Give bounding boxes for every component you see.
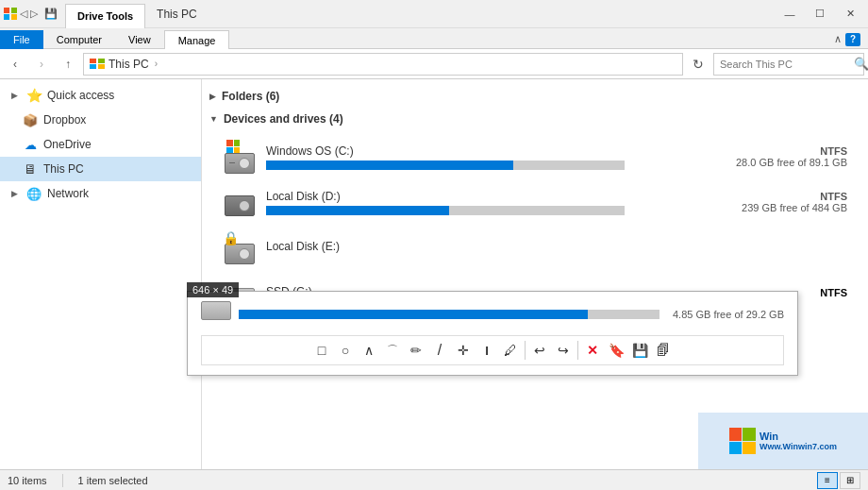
search-box[interactable]: 🔍 (713, 53, 864, 76)
undo-icon[interactable]: ◁ (20, 8, 27, 20)
titlebar: ◁ ▷ 💾 Drive Tools This PC — ☐ ✕ (0, 0, 868, 28)
bookmark-tool[interactable]: 🔖 (605, 339, 627, 362)
drives-section-header[interactable]: ▼ Devices and drives (4) (202, 108, 868, 130)
arrow-tool[interactable]: ∧ (358, 339, 380, 362)
crosshair-tool[interactable]: ✛ (452, 339, 475, 362)
annotation-drive-stats: 4.85 GB free of 29.2 GB (663, 309, 784, 320)
dropbox-icon: 📦 (23, 112, 38, 127)
rect-tool[interactable]: □ (310, 339, 333, 362)
sidebar-item-this-pc[interactable]: 🖥 This PC (0, 157, 201, 181)
folders-section-title: Folders (6) (222, 90, 279, 103)
drive-e-info: Local Disk (E:) (266, 240, 687, 256)
help-icon[interactable]: ? (845, 33, 860, 46)
drive-d-progress-bg (266, 206, 625, 215)
folders-toggle-icon: ▶ (209, 92, 216, 101)
drive-d-progress-fill (266, 206, 449, 215)
address-path: This PC (108, 58, 149, 71)
line-tool[interactable]: / (428, 339, 451, 362)
search-input[interactable] (720, 59, 850, 70)
drive-d-free: 239 GB free of 484 GB (706, 202, 847, 213)
network-icon: 🌐 (26, 186, 42, 201)
statusbar-sep (62, 474, 63, 487)
back-button[interactable]: ‹ (4, 53, 26, 76)
close-button[interactable]: ✕ (836, 5, 864, 24)
sidebar-item-dropbox[interactable]: 📦 Dropbox (0, 108, 201, 132)
drive-c-name: Windows OS (C:) (266, 144, 687, 158)
view-buttons: ≡ ⊞ (817, 472, 860, 489)
redo-icon[interactable]: ▷ (30, 8, 38, 20)
up-button[interactable]: ↑ (57, 53, 79, 76)
sidebar: ▶ ⭐ Quick access 📦 Dropbox ☁ OneDrive 🖥 … (0, 79, 202, 469)
ribbon-tab-area: Drive Tools (65, 0, 145, 28)
refresh-button[interactable]: ↻ (687, 53, 709, 76)
drives-toggle-icon: ▼ (209, 114, 218, 124)
folders-section-header[interactable]: ▶ Folders (6) (202, 85, 868, 108)
drive-d-fs: NTFS (706, 191, 847, 202)
address-chevron: › (155, 59, 158, 69)
drive-d-stats: NTFS 239 GB free of 484 GB (696, 191, 847, 213)
annotation-bar-fill (239, 310, 588, 319)
content-area: ▶ Folders (6) ▼ Devices and drives (4) (202, 79, 868, 469)
drive-d-name: Local Disk (D:) (266, 190, 687, 203)
network-label: Network (47, 187, 89, 200)
drive-tools-tab[interactable]: Drive Tools (65, 4, 145, 28)
marker-tool[interactable]: 🖊 (499, 339, 522, 362)
redo-tool[interactable]: ↪ (552, 339, 575, 362)
address-bar: ‹ › ↑ This PC › ↻ 🔍 (0, 49, 868, 79)
statusbar: 10 items 1 item selected ≡ ⊞ (0, 469, 868, 490)
items-count: 10 items (8, 475, 47, 486)
dropbox-label: Dropbox (43, 113, 86, 127)
drive-c-icon (223, 140, 257, 174)
address-pc-icon (90, 59, 105, 70)
drive-c-free: 28.0 GB free of 89.1 GB (706, 157, 847, 168)
ellipse-tool[interactable]: ○ (334, 339, 357, 362)
minimize-button[interactable]: — (776, 5, 804, 24)
pencil-tool[interactable]: ✏ (405, 339, 427, 362)
annotation-bar-bg (239, 310, 659, 319)
forward-button[interactable]: › (30, 53, 53, 76)
annotation-toolbar: □ ○ ∧ ⌒ ✏ / ✛ I 🖊 ↩ ↪ ✕ 🔖 💾 🗐 (201, 335, 784, 365)
drive-e-name: Local Disk (E:) (266, 240, 687, 253)
close-annotation-tool[interactable]: ✕ (581, 339, 604, 362)
save-annotation-tool[interactable]: 💾 (628, 339, 651, 362)
copy-tool[interactable]: 🗐 (652, 339, 675, 362)
toolbar-sep-2 (577, 341, 578, 360)
drive-c-progress-fill (266, 161, 513, 170)
win-logo-watermark (729, 428, 756, 454)
search-icon[interactable]: 🔍 (854, 57, 868, 71)
ribbon-tab-view[interactable]: View (115, 30, 164, 49)
tiles-view-btn[interactable]: ⊞ (840, 472, 860, 489)
drive-item-e[interactable]: 🔒 Local Disk (E:) (217, 225, 853, 270)
ribbon-collapse-btn[interactable]: ∧ (834, 33, 842, 45)
undo-tool[interactable]: ↩ (528, 339, 551, 362)
watermark-line1: Win Www.Winwin7.com (760, 431, 837, 451)
arc-tool[interactable]: ⌒ (381, 339, 404, 362)
quick-access-chevron: ▶ (11, 91, 21, 100)
ribbon-tab-manage[interactable]: Manage (164, 30, 230, 49)
dimension-overlay: 646 × 49 (187, 282, 239, 297)
quick-access-label: Quick access (47, 89, 114, 102)
dimension-text: 646 × 49 (192, 284, 233, 296)
address-box[interactable]: This PC › (83, 53, 683, 76)
onedrive-icon: ☁ (23, 137, 38, 152)
drive-item-c[interactable]: Windows OS (C:) NTFS 28.0 GB free of 89.… (217, 134, 853, 179)
ribbon-tab-file[interactable]: File (0, 30, 43, 49)
ribbon-tab-computer[interactable]: Computer (43, 30, 115, 49)
toolbar-sep-1 (525, 341, 526, 360)
maximize-button[interactable]: ☐ (806, 5, 834, 24)
watermark: Win Www.Winwin7.com (698, 413, 868, 469)
quick-access-icon (4, 8, 17, 21)
sidebar-item-onedrive[interactable]: ☁ OneDrive (0, 132, 201, 157)
sidebar-item-network[interactable]: ▶ 🌐 Network (0, 181, 201, 206)
drive-e-icon: 🔒 (223, 230, 257, 264)
window-controls: — ☐ ✕ (776, 5, 864, 24)
drive-item-d[interactable]: Local Disk (D:) NTFS 239 GB free of 484 … (217, 179, 853, 225)
sidebar-item-quick-access[interactable]: ▶ ⭐ Quick access (0, 83, 201, 108)
text-tool[interactable]: I (476, 339, 498, 362)
drive-d-icon (223, 185, 257, 219)
save-title-icon[interactable]: 💾 (44, 8, 58, 20)
drive-c-fs: NTFS (706, 145, 847, 157)
network-chevron: ▶ (11, 189, 21, 198)
details-view-btn[interactable]: ≡ (817, 472, 838, 489)
annotation-drive-icon (201, 301, 235, 328)
